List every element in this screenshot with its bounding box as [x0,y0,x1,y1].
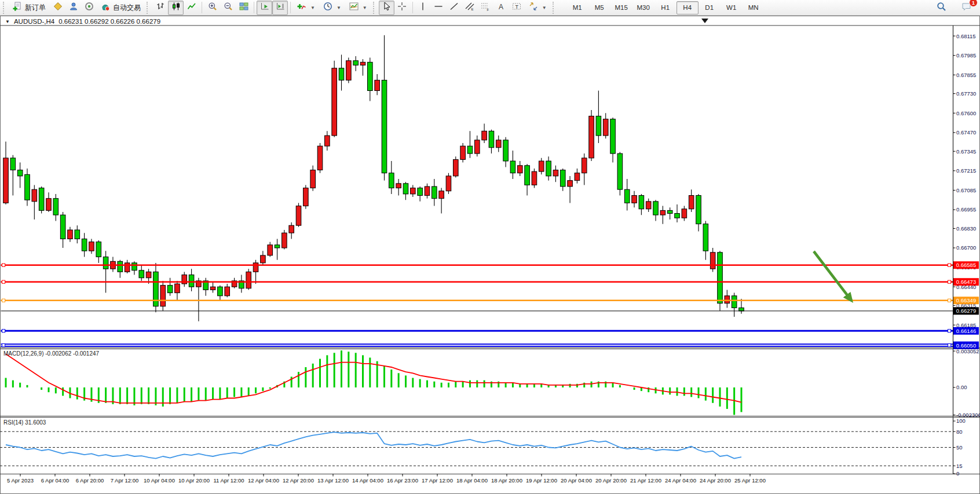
line-handle[interactable] [2,299,5,302]
candle-body [439,191,444,199]
candle-body [725,296,730,303]
navigator-button[interactable] [65,1,81,15]
arrows-button[interactable]: ▼ [525,1,551,15]
market-watch-icon [53,2,63,13]
candle-body [75,230,80,239]
candle-body [89,242,94,251]
line-handle[interactable] [948,344,951,347]
bar-chart-button[interactable] [152,1,168,15]
trendline-button[interactable] [447,1,462,15]
line-handle[interactable] [948,299,951,302]
line-handle[interactable] [948,280,951,283]
zoom-in-icon [208,2,217,13]
time-tick-label: 12 Apr 04:00 [248,477,279,484]
line-handle[interactable] [2,264,5,266]
horizontal-line-icon [434,2,443,13]
toolbar-grip[interactable] [147,2,149,14]
chart-frame [0,16,980,494]
auto-scroll-button[interactable] [257,1,272,15]
candle-body [510,161,515,173]
vertical-line-button[interactable] [415,1,431,15]
timeframe-d1-button[interactable]: D1 [699,1,721,14]
chart-shift-button[interactable] [272,1,288,15]
candle-body [353,61,359,65]
candle-body [667,210,672,213]
line-handle[interactable] [948,264,951,266]
time-tick-label: 14 Apr 04:00 [352,477,383,484]
terminal-button[interactable] [81,1,97,15]
candle-body [739,308,744,310]
timeframe-w1-button[interactable]: W1 [721,1,743,14]
crosshair-button[interactable] [394,1,410,15]
templates-button[interactable]: ▼ [345,1,371,15]
candle-body [703,224,708,251]
candle-body [296,206,301,226]
chevron-down-icon: ▼ [310,5,315,10]
timeframe-m30-button[interactable]: M30 [632,1,654,14]
search-button[interactable] [934,1,949,15]
new-order-button[interactable]: 新订单 [9,1,50,15]
rsi-scale-label: 15 [956,463,963,469]
candle-body [225,287,230,296]
chart-title-bar: ▼ AUDUSD-,H4 0.66231 0.66292 0.66226 0.6… [5,18,160,25]
channel-icon: E [465,2,474,13]
text-label-button[interactable]: T [509,1,525,15]
notifications-button[interactable]: 1 [959,1,974,15]
timeframe-h1-button[interactable]: H1 [654,1,677,14]
candle-body [139,270,144,278]
timeframe-m1-button[interactable]: M1 [566,1,588,14]
timeframe-mn-button[interactable]: MN [743,1,765,14]
candle-body [282,233,287,248]
horizontal-line-button[interactable] [431,1,447,15]
candle-body [682,209,687,218]
toolbar-grip[interactable] [553,2,555,14]
rsi-scale-label: 50 [956,444,963,451]
candle-body [710,253,715,269]
toolbar-separator [254,2,254,13]
price-line-badge-label: 0.66473 [956,279,976,285]
candle-body [246,272,251,288]
time-tick-label: 19 Apr 12:00 [526,477,557,484]
line-handle[interactable] [948,330,951,332]
periods-button[interactable]: ▼ [319,1,345,15]
tile-windows-icon [239,2,248,13]
line-handle[interactable] [2,330,5,332]
chart-ohlc-values: 0.66231 0.66292 0.66226 0.66279 [58,18,160,25]
candle-body [132,263,137,270]
indicators-button[interactable]: ▼ [293,1,319,15]
text-button[interactable]: A [493,1,509,15]
zoom-out-button[interactable] [220,1,236,15]
fibonacci-button[interactable]: F [478,1,493,15]
time-tick-label: 13 Apr 12:00 [317,477,349,484]
toolbar-grip[interactable] [373,2,376,14]
price-tick-label: 0.66955 [956,206,976,213]
chart-canvas[interactable]: 0.681150.679850.678550.677300.676000.674… [0,16,980,494]
autotrading-button[interactable]: 自动交易 [97,1,145,15]
rsi-scale-label: 80 [956,429,963,435]
zoom-out-icon [224,2,233,13]
timeframe-m5-button[interactable]: M5 [588,1,610,14]
cursor-button[interactable] [379,1,394,15]
rsi-label: RSI(14) 31.6003 [3,419,46,426]
symbol-dropdown-icon[interactable]: ▼ [5,19,10,24]
candle-body [25,174,30,200]
svg-text:F: F [487,8,489,12]
zoom-in-button[interactable] [204,1,220,15]
chart-shift-icon [276,2,285,13]
timeframe-m15-button[interactable]: M15 [610,1,632,14]
candle-body [467,146,473,153]
tile-windows-button[interactable] [236,1,251,15]
timeframe-h4-button[interactable]: H4 [677,1,699,14]
line-handle[interactable] [2,280,5,283]
market-watch-button[interactable] [50,1,65,15]
toolbar-grip[interactable] [3,2,6,14]
line-chart-button[interactable] [184,1,199,15]
line-handle[interactable] [2,344,5,347]
candle-body [10,158,16,170]
candlestick-chart-button[interactable] [168,1,184,15]
candle-body [482,131,487,140]
time-tick-label: 16 Apr 23:00 [387,477,418,484]
time-tick-label: 10 Apr 04:00 [144,477,175,484]
candle-body [210,287,215,290]
channel-button[interactable]: E [462,1,478,15]
